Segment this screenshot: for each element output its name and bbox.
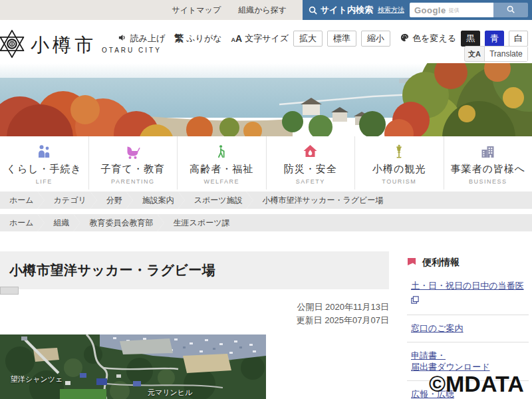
breadcrumb-item[interactable]: 教育委員会教育部 [74, 214, 164, 231]
photo-label-schanze: 望洋シャンツェ [11, 374, 63, 384]
accessibility-toolbar: 読み上げ 繁 ふりがな AA 文字サイズ 拡大 標準 縮小 色を変える 黒 青 … [113, 31, 528, 47]
sidebar-header: 便利情報 [407, 257, 529, 269]
nav-item-business[interactable]: 事業者の皆様へ BUSINESS [444, 136, 532, 190]
sitemap-link[interactable]: サイトマップ [172, 5, 221, 16]
nav-label: 防災・安全 [284, 163, 337, 176]
site-search-input[interactable]: Google 提供 [410, 3, 493, 17]
nav-sublabel: BUSINESS [469, 178, 507, 185]
family-icon [35, 143, 53, 160]
change-color-label-group: 色を変える [400, 33, 456, 45]
sidebar-link-counter-guide[interactable]: 窓口のご案内 [407, 315, 529, 342]
sidebar-link-label: 申請書・ [411, 350, 529, 361]
breadcrumb-item[interactable]: 施設案内 [126, 192, 185, 209]
published-date: 公開日 2020年11月13日 [200, 301, 389, 314]
nav-item-life[interactable]: くらし・手続き LIFE [0, 136, 89, 190]
translate-icon: 文A [465, 49, 484, 59]
sidebar-title: 便利情報 [422, 257, 460, 269]
google-provided-label: 提供 [449, 7, 460, 14]
nav-label: 事業者の皆様へ [450, 163, 525, 176]
nav-item-welfare[interactable]: 高齢者・福祉 WELFARE [178, 136, 267, 190]
color-white-button[interactable]: 白 [509, 31, 528, 47]
otaru-city-page: サイトマップ 組織から探す サイト内検索 検索方法 Google 提供 [0, 0, 532, 399]
text-size-label: 文字サイズ [245, 33, 289, 45]
breadcrumb-item[interactable]: スポーツ施設 [178, 192, 253, 209]
google-branding: Google [414, 5, 446, 15]
read-aloud-button[interactable]: 読み上げ [118, 33, 166, 45]
house-flame-icon [302, 143, 319, 160]
breadcrumb-current: 生涯スポーツ課 [158, 214, 532, 231]
article-dates: 公開日 2020年11月13日 更新日 2025年07月07日 [200, 301, 389, 327]
breadcrumb-category: ホーム カテゴリ 分野 施設案内 スポーツ施設 小樽市望洋サッカー・ラグビー場 [0, 192, 532, 209]
nav-sublabel: LIFE [36, 178, 53, 185]
share-button-placeholder[interactable] [0, 287, 19, 295]
read-aloud-label: 読み上げ [130, 33, 166, 45]
nav-item-safety[interactable]: 防災・安全 SAFETY [267, 136, 356, 190]
topbar: サイトマップ 組織から探す サイト内検索 検索方法 Google 提供 [0, 0, 532, 20]
text-reduce-button[interactable]: 縮小 [361, 31, 390, 47]
translate-label: Translate [484, 47, 527, 61]
site-name: 小樽市 [31, 33, 96, 58]
nav-label: 高齢者・福祉 [190, 163, 253, 176]
breadcrumb-current: 小樽市望洋サッカー・ラグビー場 [247, 192, 532, 209]
aerial-photo: 望洋シャンツェ 元マリンヒル [0, 334, 266, 399]
text-size-label-group: AA 文字サイズ [231, 33, 289, 45]
external-link-icon [411, 295, 529, 307]
kanji-ruby-icon: 繁 [174, 33, 184, 45]
change-color-label: 色を変える [412, 33, 456, 45]
page-title-bar: 小樽市望洋サッカー・ラグビー場 [0, 251, 389, 289]
nav-sublabel: PARENTING [111, 178, 154, 185]
search-icon [308, 5, 318, 15]
flag-icon [407, 257, 417, 268]
buildings-icon [479, 143, 496, 160]
mdata-watermark: ©MDATA [429, 371, 524, 397]
breadcrumb-item[interactable]: カテゴリ [38, 192, 97, 209]
stroller-icon [124, 143, 141, 160]
nav-sublabel: WELFARE [203, 178, 239, 185]
text-enlarge-button[interactable]: 拡大 [293, 31, 323, 47]
translate-widget[interactable]: 文A Translate [464, 46, 528, 62]
color-blue-button[interactable]: 青 [485, 31, 504, 47]
breadcrumb-item[interactable]: ホーム [0, 192, 45, 209]
photo-label-marinehill: 元マリンヒル [148, 388, 192, 398]
nav-label: くらし・手続き [7, 163, 82, 176]
breadcrumb-organization: ホーム 組織 教育委員会教育部 生涯スポーツ課 [0, 214, 532, 231]
font-size-icon: AA [231, 33, 243, 44]
sidebar-link-label: 土・日・祝日の日中の当番医 [411, 281, 524, 291]
elderly-person-icon [214, 143, 229, 160]
nav-item-tourism[interactable]: 小樽の観光 TOURISM [355, 136, 444, 190]
search-submit-button[interactable] [493, 3, 528, 17]
page-title: 小樽市望洋サッカー・ラグビー場 [0, 261, 215, 279]
nav-sublabel: TOURISM [382, 178, 416, 185]
nav-label: 小樽の観光 [372, 163, 426, 176]
site-search-label: サイト内検索 [321, 4, 373, 16]
breadcrumb-item[interactable]: ホーム [0, 214, 45, 231]
furigana-label: ふりがな [186, 33, 221, 45]
topbar-links: サイトマップ 組織から探す [0, 0, 303, 20]
nav-item-parenting[interactable]: 子育て・教育 PARENTING [89, 136, 178, 190]
category-nav: くらし・手続き LIFE 子育て・教育 PARENTING 高齢者・福祉 WEL… [0, 136, 532, 190]
site-name-english: OTARU CITY [102, 47, 162, 54]
speaker-icon [118, 33, 128, 45]
updated-date: 更新日 2025年07月07日 [200, 314, 389, 327]
sidebar-link-duty-doctor[interactable]: 土・日・祝日の日中の当番医 [407, 273, 529, 315]
palette-icon [400, 33, 410, 45]
gas-lamp-icon [392, 143, 406, 160]
otaru-crest-icon [0, 29, 27, 61]
site-search-bar: サイト内検索 検索方法 Google 提供 [303, 0, 532, 20]
furigana-button[interactable]: 繁 ふりがな [174, 33, 221, 45]
nav-sublabel: SAFETY [296, 178, 325, 185]
site-header: 小樽市 OTARU CITY 読み上げ 繁 ふりがな AA 文字サイズ 拡大 標… [0, 20, 532, 63]
search-help-link[interactable]: 検索方法 [378, 5, 404, 15]
nav-label: 子育て・教育 [101, 163, 165, 176]
hero-image [0, 63, 532, 136]
org-search-link[interactable]: 組織から探す [238, 5, 287, 16]
search-icon [506, 5, 515, 16]
text-standard-button[interactable]: 標準 [327, 31, 356, 47]
color-black-button[interactable]: 黒 [461, 31, 480, 47]
